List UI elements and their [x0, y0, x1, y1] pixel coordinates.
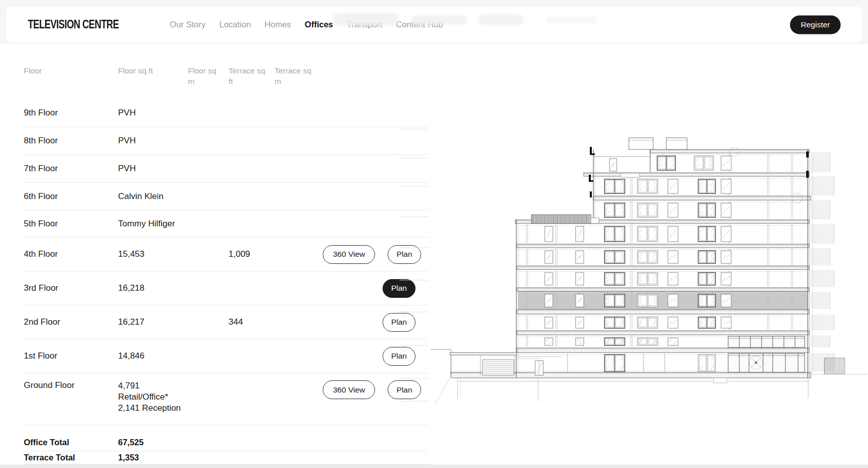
brand-logo[interactable]: TELEVISION CENTRE — [28, 18, 119, 31]
table-row-4th-floor: 4th Floor15,4531,009360 ViewPlan — [24, 238, 428, 271]
table-row-7th-floor: 7th FloorPVH — [24, 155, 428, 183]
building-section-svg — [398, 122, 868, 413]
main-nav: Our StoryLocationHomesOfficesTransportCo… — [170, 20, 443, 29]
cell-floor-sq-ft: 14,846 — [118, 351, 188, 361]
floor-availability-table: FloorFloor sq ftFloor sq mTerrace sq ftT… — [24, 66, 428, 464]
column-header-terrace-sq-ft: Terrace sq ft — [229, 66, 275, 87]
table-row-9th-floor: 9th FloorPVH — [24, 99, 428, 127]
register-button[interactable]: Register — [790, 15, 841, 34]
cell-floor: 9th Floor — [24, 108, 118, 118]
main-content: FloorFloor sq ftFloor sq mTerrace sq ftT… — [0, 44, 868, 464]
header: TELEVISION CENTRE Our StoryLocationHomes… — [6, 7, 862, 43]
table-row-2nd-floor: 2nd Floor16,217344Plan — [24, 305, 428, 339]
totals-label: Terrace Total — [24, 453, 118, 462]
totals-row-office-total: Office Total67,525 — [24, 425, 428, 451]
cell-floor-sq-ft: 16,217 — [118, 317, 188, 327]
nav-item-location[interactable]: Location — [219, 20, 251, 29]
cell-floor-sq-m — [188, 373, 229, 380]
cell-floor-sq-ft: Calvin Klein — [118, 191, 188, 202]
cell-floor-sq-ft: PVH — [118, 164, 188, 174]
cell-terrace-sq-ft: 344 — [229, 317, 275, 327]
cell-floor: Ground Floor — [24, 373, 118, 391]
column-header-floor-sq-ft: Floor sq ft — [118, 66, 188, 76]
totals-label: Office Total — [24, 438, 118, 447]
totals-value: 67,525 — [118, 438, 428, 447]
nav-item-our-story[interactable]: Our Story — [170, 20, 206, 29]
nav-item-content-hub[interactable]: Content Hub — [396, 20, 443, 29]
table-row-5th-floor: 5th FloorTommy Hilfiger — [24, 210, 428, 238]
nav-item-transport[interactable]: Transport — [347, 20, 382, 29]
totals-row-terrace-total: Terrace Total1,353 — [24, 451, 428, 464]
cell-floor: 2nd Floor — [24, 317, 118, 327]
nav-item-homes[interactable]: Homes — [265, 20, 291, 29]
cell-floor: 3rd Floor — [24, 283, 118, 293]
cell-terrace-sq-m — [275, 373, 323, 380]
cell-terrace-sq-ft: 1,009 — [229, 249, 275, 259]
cell-floor-sq-ft: Tommy Hilfiger — [118, 219, 188, 229]
cell-floor: 8th Floor — [24, 136, 118, 146]
cell-floor-sq-ft: 16,218 — [118, 283, 188, 293]
cell-floor-sq-ft: PVH — [118, 136, 188, 146]
next-section-edge — [0, 464, 868, 468]
totals-value: 1,353 — [118, 453, 428, 462]
ghost-nav-artifact — [546, 16, 597, 24]
table-row-8th-floor: 8th FloorPVH — [24, 127, 428, 155]
table-row-ground-floor: Ground Floor4,791Retail/Office*2,141 Rec… — [24, 373, 428, 425]
building-section-drawing — [398, 122, 868, 413]
view-360-button[interactable]: 360 View — [323, 380, 375, 399]
table-row-3rd-floor: 3rd Floor16,218Plan — [24, 271, 428, 305]
view-360-button[interactable]: 360 View — [323, 245, 375, 264]
cell-floor: 5th Floor — [24, 219, 118, 229]
cell-floor-sq-ft: PVH — [118, 108, 188, 118]
cell-floor-sq-ft: 4,791Retail/Office*2,141 Reception — [118, 373, 188, 414]
table-header-row: FloorFloor sq ftFloor sq mTerrace sq ftT… — [24, 66, 428, 99]
column-header-terrace-sq-m: Terrace sq m — [275, 66, 323, 87]
table-row-6th-floor: 6th FloorCalvin Klein — [24, 183, 428, 210]
column-header-floor-sq-m: Floor sq m — [188, 66, 229, 87]
table-row-1st-floor: 1st Floor14,846Plan — [24, 339, 428, 373]
cell-floor-sq-ft: 15,453 — [118, 249, 188, 259]
floor-sq-ft-line: Retail/Office* — [118, 392, 184, 403]
cell-floor: 7th Floor — [24, 164, 118, 174]
header-inner: TELEVISION CENTRE Our StoryLocationHomes… — [6, 7, 862, 43]
cell-floor: 4th Floor — [24, 249, 118, 259]
ghost-nav-artifact — [478, 14, 524, 25]
cell-terrace-sq-ft — [229, 373, 275, 380]
floor-sq-ft-line: 2,141 Reception — [118, 403, 184, 414]
cell-floor: 1st Floor — [24, 351, 118, 361]
column-header-floor: Floor — [24, 66, 118, 76]
cell-floor: 6th Floor — [24, 191, 118, 202]
nav-item-offices[interactable]: Offices — [305, 20, 333, 29]
floor-sq-ft-line: 4,791 — [118, 380, 184, 392]
